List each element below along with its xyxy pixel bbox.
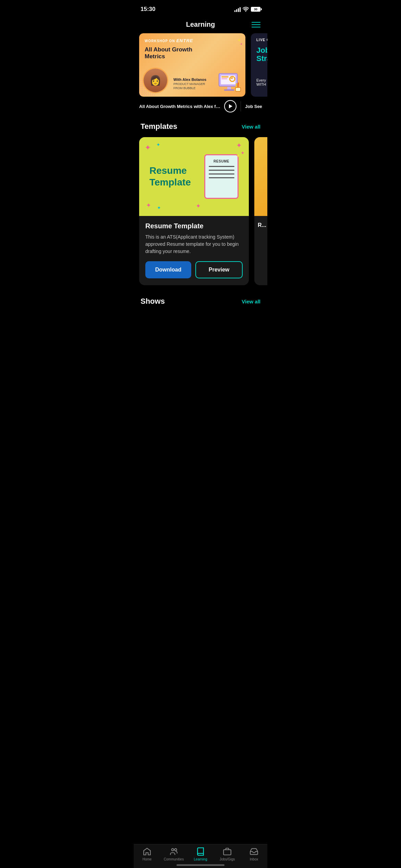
banner-card-1[interactable]: WORKSHOP ON ENTRE All About Growth Metri… [139, 33, 245, 97]
svg-rect-3 [221, 78, 227, 79]
status-icons: 30 [234, 7, 260, 12]
speaker-title: PRODUCT MANAGER [173, 82, 206, 86]
live-label: LIVE ON [256, 38, 267, 42]
svg-rect-9 [235, 87, 241, 91]
sparkle-b2: ✦ [157, 205, 161, 210]
banner-label-item-2[interactable]: Job See [245, 104, 262, 109]
template-name: Resume Template [145, 222, 243, 230]
templates-title: Templates [141, 122, 177, 131]
shows-title: Shows [141, 297, 165, 306]
banner-title-2: Job SStrat [256, 46, 267, 63]
template-thumb-partial [254, 137, 267, 216]
template-actions: Download Preview [145, 261, 243, 278]
resume-line-4 [209, 177, 234, 178]
play-triangle-1 [229, 104, 232, 108]
resume-card-visual: RESUME ✦ [204, 154, 239, 199]
resume-line-2 [209, 170, 234, 171]
banner-label-text-2: Job See [245, 104, 262, 109]
banner-labels: All About Growth Metrics with Alex from … [134, 97, 267, 116]
workshop-label: WORKSHOP ON ENTRE [145, 38, 193, 43]
shows-section: Shows View all [134, 291, 267, 316]
status-bar: 15:30 30 [134, 0, 267, 17]
template-card-resume: ✦ ✦ ✦ ✦ ResumeTemplate RESUME ✦ ✦ ✦ ✦ Re… [139, 137, 249, 285]
template-card-partial: R... [254, 137, 267, 285]
download-button[interactable]: Download [145, 261, 191, 278]
star-tr2: ✦ [241, 150, 245, 156]
star-br: ✦ [196, 202, 201, 210]
resume-line-3 [209, 173, 234, 174]
banner-image-2: LIVE ON Job SStrat Every MWITH REC [251, 33, 267, 97]
battery-icon: 30 [251, 7, 260, 12]
banner-section: WORKSHOP ON ENTRE All About Growth Metri… [134, 33, 267, 97]
sparkle-bl: ✦ [146, 202, 151, 209]
menu-line-2 [252, 24, 260, 25]
label-divider [241, 101, 241, 111]
banner-image-1: WORKSHOP ON ENTRE All About Growth Metri… [139, 33, 245, 97]
templates-section-header: Templates View all [134, 116, 267, 134]
resume-sparkle: ✦ [236, 153, 240, 159]
wifi-icon [243, 7, 249, 12]
sparkle-tl: ✦ [145, 143, 151, 152]
star-tr: ✦ [236, 141, 242, 149]
svg-rect-2 [221, 76, 228, 78]
page-title: Learning [186, 21, 215, 28]
banner-label-item-1[interactable]: All About Growth Metrics with Alex from … [139, 100, 236, 112]
speaker-avatar: 👩 [143, 68, 168, 93]
signal-icon [234, 7, 241, 12]
banner-title-1: All About Growth Metrics [145, 46, 199, 60]
speaker-info: With Alex Bolanos PRODUCT MANAGER FROM B… [173, 77, 206, 90]
header: Learning [134, 17, 267, 33]
banner-scroll[interactable]: WORKSHOP ON ENTRE All About Growth Metri… [134, 33, 267, 97]
preview-button[interactable]: Preview [195, 261, 243, 278]
template-body-resume: Resume Template This is an ATS(Applicant… [139, 216, 249, 285]
brand-name: ENTRE [176, 38, 193, 43]
resume-card-title: RESUME [214, 159, 229, 163]
templates-scroll[interactable]: ✦ ✦ ✦ ✦ ResumeTemplate RESUME ✦ ✦ ✦ ✦ Re… [134, 134, 267, 291]
menu-line-3 [252, 27, 260, 27]
template-thumb-title: ResumeTemplate [149, 165, 191, 188]
template-body-partial: R... [254, 216, 267, 238]
speaker-company: FROM BUBBLE [173, 86, 206, 90]
banner-subtitle: Every MWITH REC [256, 78, 267, 86]
play-button-1[interactable] [224, 100, 236, 112]
star-2: ✦ [240, 42, 243, 46]
banner-label-text-1: All About Growth Metrics with Alex from … [139, 104, 221, 109]
bottom-spacer [134, 316, 267, 350]
templates-view-all[interactable]: View all [242, 124, 260, 130]
sparkle-t2: ✦ [156, 142, 160, 147]
svg-rect-5 [227, 87, 231, 89]
template-description: This is an ATS(Applicant tracking System… [145, 233, 243, 255]
status-time: 15:30 [141, 6, 155, 13]
banner-card-2[interactable]: LIVE ON Job SStrat Every MWITH REC [251, 33, 267, 97]
menu-button[interactable] [252, 22, 260, 27]
computer-graphic [216, 71, 242, 93]
avatar-image: 👩 [144, 69, 167, 92]
shows-section-header: Shows View all [134, 291, 267, 309]
template-thumbnail-resume: ✦ ✦ ✦ ✦ ResumeTemplate RESUME ✦ ✦ ✦ ✦ [139, 137, 249, 216]
template-name-partial: R... [258, 222, 267, 228]
shows-view-all[interactable]: View all [242, 299, 260, 304]
menu-line-1 [252, 22, 260, 23]
svg-rect-6 [224, 89, 234, 91]
resume-line-1 [209, 166, 234, 167]
